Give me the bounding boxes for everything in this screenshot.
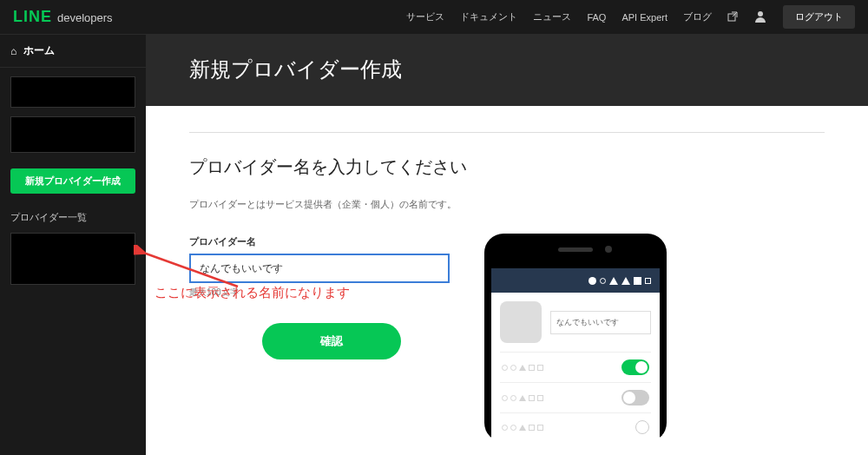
home-link[interactable]: ⌂ ホーム — [0, 35, 146, 68]
sidebar-redacted-2 — [10, 116, 135, 153]
logo-line: LINE — [13, 8, 52, 26]
nav-faq[interactable]: FAQ — [587, 12, 606, 23]
sidebar: ⌂ ホーム 新規プロバイダー作成 プロバイダー一覧 — [0, 35, 146, 455]
nav-blog[interactable]: ブログ — [683, 10, 712, 23]
phone-header — [491, 268, 660, 293]
nav-api-expert[interactable]: API Expert — [621, 12, 667, 23]
preview-setting-row — [500, 412, 651, 441]
provider-name-label: プロバイダー名 — [189, 235, 450, 248]
home-label: ホーム — [23, 43, 55, 58]
shape-circle-outline-icon — [600, 278, 606, 284]
user-icon[interactable] — [753, 10, 767, 25]
divider — [189, 132, 825, 133]
confirm-button[interactable]: 確認 — [262, 323, 401, 359]
new-provider-button[interactable]: 新規プロバイダー作成 — [10, 168, 135, 194]
provider-list-label: プロバイダー一覧 — [0, 201, 146, 228]
sidebar-redacted-1 — [10, 76, 135, 108]
page-header: 新規プロバイダー作成 — [146, 35, 868, 106]
radio-off-icon — [635, 420, 649, 434]
home-icon: ⌂ — [10, 45, 16, 57]
preview-name-display: なんでもいいです — [550, 311, 651, 334]
main-content: 新規プロバイダー作成 プロバイダー名を入力してください プロバイダーとはサービス… — [146, 35, 868, 455]
logo[interactable]: LINE developers — [13, 8, 113, 26]
preview-setting-row — [500, 352, 651, 382]
logo-dev: developers — [57, 11, 113, 24]
external-link-icon[interactable] — [727, 11, 738, 23]
shape-square-filled-icon — [634, 277, 641, 285]
nav-services[interactable]: サービス — [406, 10, 444, 23]
shape-triangle-icon — [621, 277, 630, 285]
provider-name-input[interactable] — [189, 254, 450, 283]
toggle-off-icon — [621, 390, 649, 406]
top-bar: LINE developers サービス ドキュメント ニュース FAQ API… — [0, 0, 868, 35]
shape-square-outline-icon — [645, 278, 651, 284]
nav-docs[interactable]: ドキュメント — [460, 10, 517, 23]
section-title: プロバイダー名を入力してください — [189, 155, 825, 179]
sidebar-redacted-3[interactable] — [10, 233, 135, 285]
toggle-on-icon — [621, 359, 649, 375]
avatar-placeholder — [500, 301, 542, 343]
logout-button[interactable]: ログアウト — [783, 5, 855, 29]
phone-preview: なんでもいいです — [484, 234, 667, 442]
page-title: 新規プロバイダー作成 — [189, 56, 825, 83]
svg-point-1 — [758, 11, 763, 16]
shape-triangle-icon — [609, 277, 618, 285]
shape-circle-filled-icon — [589, 277, 596, 285]
provider-hint: プロバイダーとはサービス提供者（企業・個人）の名前です。 — [189, 198, 825, 211]
top-nav: サービス ドキュメント ニュース FAQ API Expert ブログ ログアウ… — [406, 5, 855, 29]
char-limit: 最大100文字 — [189, 287, 450, 299]
nav-news[interactable]: ニュース — [533, 10, 571, 23]
preview-setting-row — [500, 382, 651, 412]
